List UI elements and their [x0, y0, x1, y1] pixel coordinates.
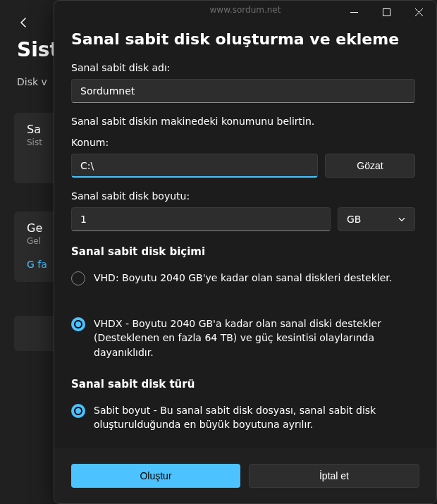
radio-icon [71, 271, 85, 285]
bg-page-title: Sist [17, 38, 59, 61]
titlebar: www.sordum.net [54, 1, 436, 23]
type-heading: Sanal sabit disk türü [71, 378, 415, 391]
type-option-dynamic[interactable]: Dinamik olarak genişletilen (önerilen) -… [71, 441, 415, 443]
bg-page-subtitle: Disk v [17, 76, 47, 87]
size-unit-combo[interactable]: GB [338, 207, 415, 231]
create-vhd-dialog: www.sordum.net Sanal sabit disk oluşturm… [54, 0, 437, 504]
svg-rect-0 [383, 8, 390, 16]
size-label: Sanal sabit disk boyutu: [71, 190, 415, 202]
radio-icon [71, 317, 85, 331]
dialog-footer: Oluştur İptal et [54, 448, 436, 503]
name-label: Sanal sabit disk adı: [71, 62, 415, 73]
radio-icon [71, 404, 85, 418]
dialog-scroll-area[interactable]: Sanal sabit disk oluşturma ve ekleme San… [71, 29, 429, 443]
dialog-title: Sanal sabit disk oluşturma ve ekleme [71, 30, 415, 48]
format-heading: Sanal sabit disk biçimi [71, 245, 415, 258]
location-help: Sanal sabit diskin makinedeki konumunu b… [71, 116, 415, 127]
location-label: Konum: [71, 137, 415, 148]
watermark-text: www.sordum.net [210, 5, 281, 15]
browse-button[interactable]: Gözat [325, 154, 415, 178]
disk-name-input[interactable] [71, 79, 415, 103]
create-button[interactable]: Oluştur [71, 464, 240, 488]
cancel-button[interactable]: İptal et [249, 464, 419, 488]
location-input[interactable] [71, 154, 318, 178]
format-option-vhdx[interactable]: VHDX - Boyutu 2040 GB'a kadar olan sanal… [71, 312, 415, 364]
close-button[interactable] [402, 1, 435, 23]
maximize-button[interactable] [370, 1, 402, 23]
type-option-fixed[interactable]: Sabit boyut - Bu sanal sabit disk dosyas… [71, 399, 415, 436]
size-input[interactable] [71, 207, 331, 231]
chevron-down-icon [398, 215, 406, 223]
minimize-button[interactable] [338, 1, 370, 23]
format-option-vhd[interactable]: VHD: Boyutu 2040 GB'ye kadar olan sanal … [71, 266, 415, 290]
back-icon[interactable] [18, 17, 30, 31]
